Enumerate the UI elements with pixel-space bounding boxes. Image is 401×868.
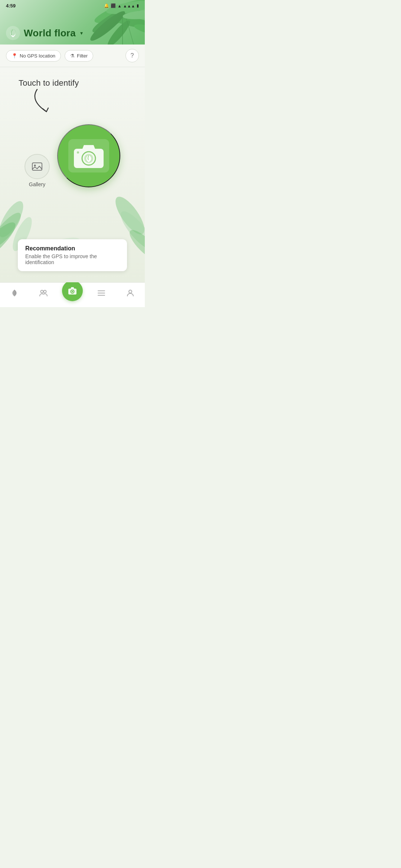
filter-icon: ⚗	[70, 53, 75, 59]
nav-item-list[interactable]	[91, 287, 112, 300]
battery-icon: ▮	[137, 3, 139, 8]
app-title-row[interactable]: World flora ▾	[6, 16, 83, 40]
svg-point-31	[72, 291, 73, 292]
signal-icon: ▲▲▲	[123, 4, 135, 8]
nav-item-community[interactable]	[33, 287, 54, 300]
gallery-button[interactable]: Gallery	[25, 154, 50, 187]
svg-point-27	[41, 290, 43, 293]
camera-button[interactable]	[57, 124, 120, 187]
status-icons: 🔔 ⬛ ▲ ▲▲▲ ▮	[104, 3, 139, 8]
gps-button[interactable]: 📍 No GPS location	[6, 50, 61, 62]
svg-point-35	[129, 290, 132, 293]
wifi-icon: ▲	[117, 4, 121, 8]
list-nav-icon	[97, 289, 106, 299]
filter-bar: 📍 No GPS location ⚗ Filter ?	[0, 45, 145, 67]
recommendation-section: Recommendation Enable the GPS to improve…	[7, 239, 137, 271]
svg-point-21	[111, 193, 145, 239]
svg-rect-11	[32, 163, 42, 170]
gallery-label: Gallery	[29, 181, 45, 187]
curved-arrow	[26, 86, 59, 119]
community-nav-icon	[39, 289, 48, 299]
flora-nav-icon	[10, 289, 19, 299]
notification-icon: 🔔	[104, 3, 109, 8]
gallery-icon-circle	[25, 154, 50, 179]
help-button[interactable]: ?	[125, 49, 139, 62]
nav-camera-button[interactable]	[62, 280, 83, 301]
location-icon: 📍	[12, 53, 17, 59]
camera-icon	[72, 142, 105, 170]
filter-label: Filter	[77, 53, 88, 59]
status-time: 4:59	[6, 3, 16, 9]
nav-camera-icon	[68, 286, 77, 296]
svg-point-12	[34, 165, 36, 167]
nav-item-profile[interactable]	[120, 287, 141, 300]
recommendation-card: Recommendation Enable the GPS to improve…	[18, 239, 127, 271]
identify-area: Gallery	[25, 124, 120, 187]
recommendation-description: Enable the GPS to improve the identifica…	[25, 253, 120, 265]
svg-point-16	[77, 151, 79, 154]
recommendation-title: Recommendation	[25, 245, 120, 252]
gallery-icon	[32, 161, 43, 172]
app-logo	[6, 26, 20, 40]
screen-record-icon: ⬛	[111, 3, 116, 8]
nav-item-flora[interactable]	[4, 287, 25, 300]
status-bar: 4:59 🔔 ⬛ ▲ ▲▲▲ ▮	[0, 0, 145, 10]
svg-point-17	[0, 198, 28, 240]
main-content: Touch to identify Gallery	[0, 67, 145, 282]
profile-nav-icon	[126, 289, 135, 299]
filter-button[interactable]: ⚗ Filter	[65, 50, 93, 62]
help-icon: ?	[131, 52, 134, 59]
svg-point-28	[44, 290, 46, 293]
bottom-navigation	[0, 282, 145, 307]
app-title: World flora	[24, 27, 76, 39]
gps-label: No GPS location	[20, 53, 55, 59]
camera-inner	[68, 139, 109, 172]
dropdown-chevron-icon: ▾	[80, 30, 83, 36]
